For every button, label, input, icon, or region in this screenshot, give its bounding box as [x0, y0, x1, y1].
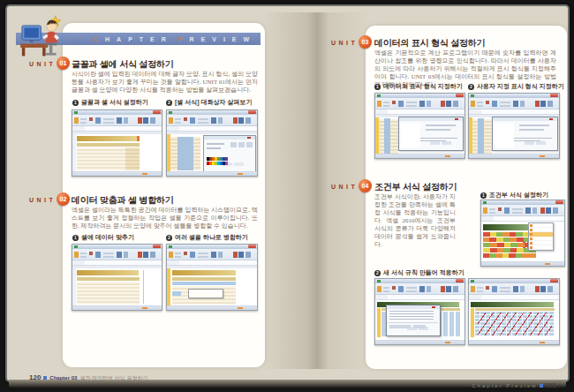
footer-bullet-icon: [540, 384, 543, 388]
excel-thumbnail-rule-applied: [468, 278, 560, 345]
person-at-computer-illustration: [20, 14, 66, 58]
unit-01-caption-1: 1 글꼴과 셀 서식 설정하기: [72, 98, 148, 107]
banner-letter: P: [178, 36, 190, 42]
caption-text: 데이터의 표시 형식 지정하기: [383, 82, 463, 91]
excel-thumbnail-conditional-format: [480, 200, 565, 267]
caption-number-icon: 1: [72, 100, 79, 106]
unit-02-body: 엑셀은 셀이라는 독특한 공간에 데이터를 입력하는 시스템이므로, 텍스트를 …: [72, 207, 258, 230]
excel-sheet: [167, 266, 257, 305]
excel-titlebar: [375, 279, 464, 283]
excel-titlebar: [481, 200, 564, 205]
page-number: 121: [545, 381, 556, 389]
unit-04-caption-1: 1 조건부 서식 설정하기: [480, 191, 548, 200]
footer-bullet-icon: [43, 376, 47, 380]
page-gutter-shadow: [261, 12, 369, 369]
unit-04-label: UNIT: [331, 184, 358, 190]
excel-sheet: [469, 115, 559, 154]
excel-sheet: [375, 115, 464, 154]
unit-02-label: UNIT: [29, 197, 56, 203]
unit-02-title: 데이터 맞춤과 셀 병합하기: [72, 194, 174, 207]
excel-titlebar: [167, 110, 257, 115]
unit-03-caption-2: 2 사용자 지정 표시 형식 지정하기: [468, 82, 564, 91]
caption-text: [셀 서식] 대화상자 살펴보기: [175, 98, 253, 107]
caption-number-icon: 1: [480, 192, 487, 199]
caption-text: 사용자 지정 표시 형식 지정하기: [477, 82, 564, 91]
excel-sheet: [72, 266, 162, 305]
excel-thumbnail-number-format: [374, 93, 465, 159]
excel-titlebar: [375, 94, 464, 98]
excel-titlebar: [167, 245, 257, 249]
number-format-dialog: [398, 117, 464, 151]
chapter-title: 셀과 데이터에 서식 설정하기: [79, 374, 147, 382]
chapter-label: Chapter 03: [49, 375, 77, 381]
caption-text: 조건부 서식 설정하기: [489, 191, 548, 200]
caption-number-icon: 1: [72, 235, 79, 241]
unit-01-body: 서식이란 셀에 입력된 데이터에 대해 글자 모양, 표시 형식, 셀의 모양 …: [72, 71, 258, 94]
conditional-format-menu: [528, 222, 554, 251]
excel-ribbon: [167, 115, 257, 126]
unit-03-badge: 03: [359, 35, 372, 49]
excel-status-bar: [167, 171, 257, 176]
book-spread-photo: CHAPTERPREVIEW UNIT 01 글꼴과 셀에 서식 설정하기 서식…: [0, 0, 574, 392]
banner-word-preview: REVIEW: [190, 36, 257, 42]
caption-text: 새 서식 규칙 만들어 적용하기: [383, 268, 464, 277]
unit-03-title: 데이터의 표시 형식 설정하기: [374, 37, 485, 49]
merge-tooltip: [188, 289, 223, 298]
excel-ribbon: [481, 205, 564, 216]
unit-03-caption-1: 1 데이터의 표시 형식 지정하기: [374, 82, 463, 91]
format-cells-dialog: [203, 135, 256, 171]
unit-01-caption-2: 2 [셀 서식] 대화상자 살펴보기: [166, 98, 253, 107]
excel-status-bar: [469, 154, 559, 158]
page-number: 120: [29, 373, 41, 381]
excel-titlebar: [469, 279, 559, 283]
caption-number-icon: 2: [374, 270, 381, 276]
unit-01-label: UNIT: [29, 61, 56, 67]
unit-01-title: 글꼴과 셀에 서식 설정하기: [72, 58, 174, 71]
unit-02-caption-1: 1 셀에 데이터 맞추기: [72, 233, 134, 242]
excel-thumbnail-merge-cells: [166, 244, 258, 311]
custom-format-dialog: [492, 117, 558, 151]
excel-thumbnail-cell-format-dialog: [166, 109, 258, 177]
excel-titlebar: [469, 94, 559, 98]
excel-thumbnail-font-cell-format: [72, 109, 162, 177]
unit-04-body: 조건부 서식이란, 사용자가 지정한 조건을 만족하는 셀에 특정 서식을 적용…: [374, 193, 456, 249]
excel-status-bar: [375, 340, 464, 344]
unit-01-badge: 01: [57, 57, 70, 70]
caption-text: 여러 셀을 하나로 병합하기: [175, 233, 248, 242]
excel-sheet: [481, 222, 564, 261]
unit-04-caption-2: 2 새 서식 규칙 만들어 적용하기: [374, 268, 464, 277]
excel-status-bar: [481, 261, 564, 266]
caption-number-icon: 1: [374, 84, 381, 90]
caption-number-icon: 2: [166, 100, 172, 106]
unit-02-badge: 02: [57, 192, 70, 206]
excel-ribbon: [72, 115, 162, 126]
new-formatting-rule-dialog: [386, 305, 441, 336]
excel-status-bar: [167, 305, 257, 310]
unit-04-title: 조건부 서식 설정하기: [374, 181, 457, 193]
excel-ribbon: [167, 249, 257, 260]
excel-sheet: [375, 300, 464, 340]
excel-thumbnail-new-rule-dialog: [374, 278, 465, 345]
unit-04-badge: 04: [359, 179, 372, 192]
excel-ribbon: [375, 283, 464, 295]
excel-status-bar: [375, 154, 464, 158]
left-page-footer: 120 Chapter 03 셀과 데이터에 서식 설정하기: [29, 373, 147, 382]
excel-sheet: [167, 132, 257, 171]
book-pages: CHAPTERPREVIEW UNIT 01 글꼴과 셀에 서식 설정하기 서식…: [7, 6, 568, 381]
excel-thumbnail-data-align: [72, 244, 162, 311]
excel-titlebar: [72, 110, 162, 115]
caption-number-icon: 2: [166, 235, 172, 241]
excel-ribbon: [469, 98, 559, 109]
unit-02-caption-2: 2 여러 셀을 하나로 병합하기: [166, 233, 248, 242]
excel-ribbon: [375, 98, 464, 109]
right-page-footer: Chapter Preview121: [366, 375, 556, 391]
excel-sheet: [469, 300, 559, 340]
excel-status-bar: [72, 171, 162, 176]
unit-03-label: UNIT: [331, 40, 358, 46]
caption-number-icon: 2: [468, 84, 474, 90]
excel-thumbnail-custom-format: [468, 93, 560, 159]
banner-word-chapter: HAPTER: [105, 36, 173, 42]
excel-sheet: [72, 132, 162, 171]
caption-text: 글꼴과 셀 서식 설정하기: [81, 98, 148, 107]
excel-status-bar: [469, 340, 559, 344]
